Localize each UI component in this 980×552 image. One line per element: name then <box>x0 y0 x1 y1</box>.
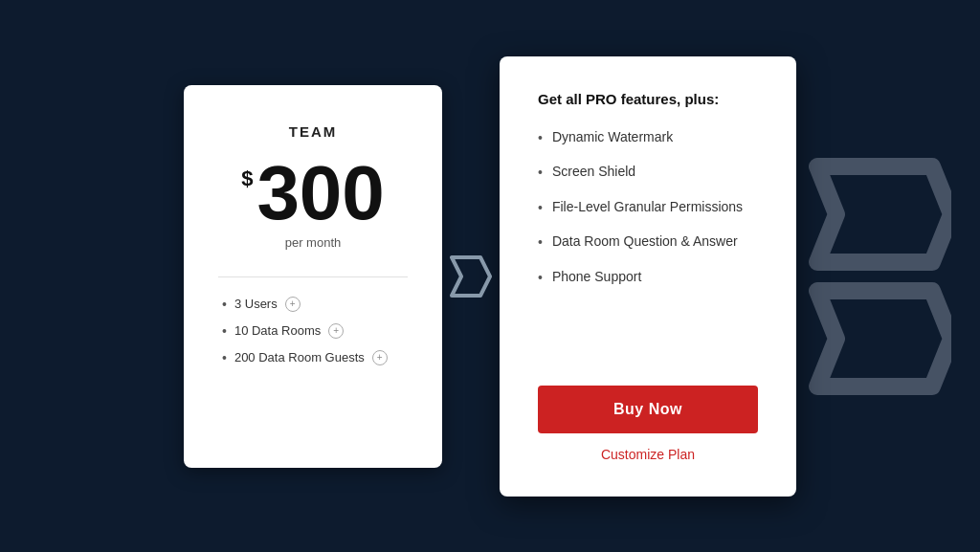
customize-plan-link[interactable]: Customize Plan <box>538 447 758 462</box>
bullet-icon: • <box>538 233 543 253</box>
feature-label: 200 Data Room Guests <box>234 350 365 364</box>
connector-chevron-icon <box>447 253 495 300</box>
currency-symbol: $ <box>241 166 253 191</box>
feature-label: Data Room Question & Answer <box>552 232 738 252</box>
price-amount: 300 <box>256 155 384 232</box>
svg-marker-1 <box>817 291 951 386</box>
pro-header: Get all PRO features, plus: <box>538 91 758 107</box>
info-icon[interactable]: + <box>328 323 344 339</box>
svg-marker-2 <box>452 257 490 296</box>
bullet-icon: • <box>538 129 543 148</box>
list-item: • 10 Data Rooms + <box>222 323 408 339</box>
background-chevrons <box>769 0 980 552</box>
bullet-icon: • <box>222 350 227 365</box>
pro-features-list: • Dynamic Watermark • Screen Shield • Fi… <box>538 128 758 357</box>
team-card: TEAM $ 300 per month • 3 Users + • 10 Da… <box>184 85 442 468</box>
list-item: • 3 Users + <box>222 297 408 312</box>
main-content: TEAM $ 300 per month • 3 Users + • 10 Da… <box>184 56 796 497</box>
buy-now-button[interactable]: Buy Now <box>538 386 758 433</box>
info-icon[interactable]: + <box>285 297 301 312</box>
price-row: $ 300 <box>241 155 385 232</box>
svg-marker-0 <box>817 166 951 262</box>
feature-label: Phone Support <box>552 268 641 287</box>
list-item: • Phone Support <box>538 268 758 288</box>
list-item: • Dynamic Watermark <box>538 128 758 148</box>
bullet-icon: • <box>538 269 543 288</box>
team-title: TEAM <box>289 123 338 140</box>
card-divider <box>218 276 408 277</box>
feature-label: Dynamic Watermark <box>552 128 673 147</box>
pro-card: Get all PRO features, plus: • Dynamic Wa… <box>500 56 796 497</box>
bullet-icon: • <box>538 199 543 218</box>
list-item: • 200 Data Room Guests + <box>222 350 408 365</box>
team-features-list: • 3 Users + • 10 Data Rooms + • 200 Data… <box>218 297 408 377</box>
chevron-top <box>798 157 951 272</box>
feature-label: 10 Data Rooms <box>234 323 321 338</box>
feature-label: 3 Users <box>234 297 278 311</box>
feature-label: File-Level Granular Permissions <box>552 198 743 217</box>
connector <box>442 248 500 305</box>
info-icon[interactable]: + <box>372 350 388 365</box>
list-item: • Data Room Question & Answer <box>538 232 758 253</box>
per-month-label: per month <box>285 235 342 250</box>
bullet-icon: • <box>222 297 227 312</box>
chevron-bottom <box>798 281 951 396</box>
list-item: • Screen Shield <box>538 163 758 183</box>
bullet-icon: • <box>538 164 543 183</box>
list-item: • File-Level Granular Permissions <box>538 198 758 218</box>
bullet-icon: • <box>222 323 227 339</box>
feature-label: Screen Shield <box>552 163 635 182</box>
